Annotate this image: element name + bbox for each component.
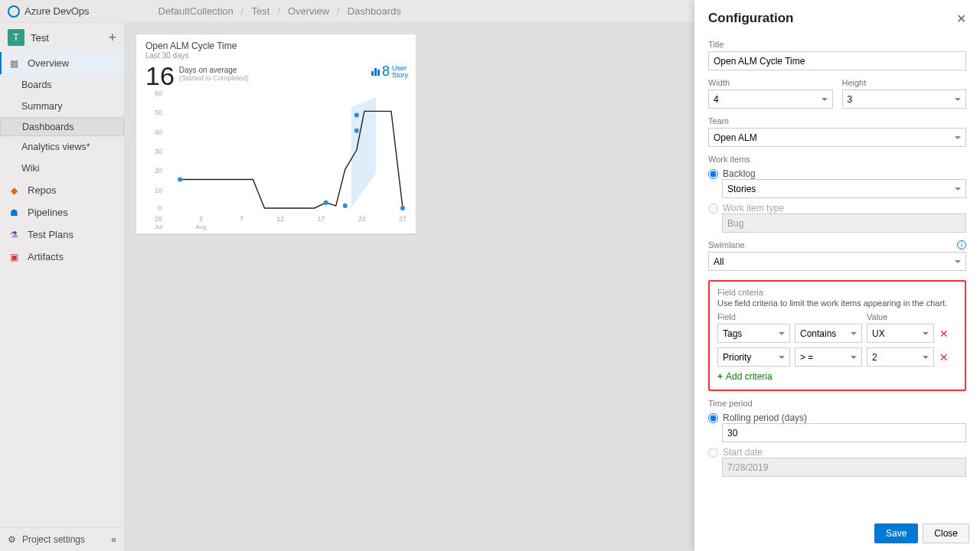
bars-icon — [371, 68, 380, 76]
remove-criteria-icon[interactable]: ✕ — [939, 351, 949, 364]
backlog-radio-label: Backlog — [723, 168, 756, 179]
svg-point-12 — [400, 206, 405, 210]
sidebar-item-label: Test Plans — [28, 229, 74, 240]
panel-title: Configuration — [708, 11, 793, 26]
title-input[interactable] — [708, 51, 966, 70]
svg-text:20: 20 — [155, 167, 162, 174]
height-label: Height — [842, 78, 967, 87]
configuration-panel: Configuration ✕ Title Width Height Team … — [694, 0, 980, 551]
width-select[interactable] — [708, 90, 833, 109]
swimlane-label: Swimlanei — [708, 240, 966, 249]
project-settings-link[interactable]: ⚙Project settings « — [0, 527, 124, 551]
svg-text:0: 0 — [158, 204, 162, 212]
widget-subtitle: Last 30 days — [145, 51, 407, 60]
sidebar-item-label: Repos — [28, 184, 57, 196]
col-field-label: Field — [717, 312, 790, 321]
widget-title: Open ALM Cycle Time — [145, 41, 407, 51]
sidebar-item-overview[interactable]: ▦Overview — [0, 52, 124, 74]
sidebar: T Test + ▦Overview Boards Summary Dashbo… — [0, 23, 125, 551]
wit-radio-label: Work item type — [723, 203, 784, 214]
sidebar-item-analytics[interactable]: Analytics views* — [0, 136, 124, 158]
collapse-icon[interactable]: « — [111, 534, 116, 545]
sidebar-item-pipelines[interactable]: ☗Pipelines — [0, 201, 124, 223]
wit-select — [722, 214, 966, 233]
criteria-op-select[interactable] — [795, 347, 862, 367]
svg-text:10: 10 — [155, 187, 162, 194]
sidebar-item-label: Analytics views* — [21, 142, 90, 152]
startdate-radio-label: Start date — [723, 447, 763, 458]
add-criteria-button[interactable]: +Add criteria — [717, 371, 957, 382]
sidebar-item-testplans[interactable]: ⚗Test Plans — [0, 223, 124, 246]
x-axis-labels: 28Jul 2Aug 712172227 — [155, 215, 407, 230]
remove-criteria-icon[interactable]: ✕ — [939, 328, 949, 340]
svg-text:60: 60 — [155, 90, 162, 97]
sidebar-item-summary[interactable]: Summary — [0, 96, 124, 117]
artifacts-icon: ▣ — [8, 252, 20, 262]
sidebar-item-dashboards[interactable]: Dashboards — [0, 117, 124, 136]
plus-icon: + — [717, 371, 723, 382]
brand-label: Azure DevOps — [24, 5, 90, 17]
col-value-label: Value — [867, 312, 957, 321]
rolling-radio[interactable] — [708, 413, 718, 423]
sidebar-item-label: Dashboards — [22, 122, 74, 132]
height-select[interactable] — [842, 90, 967, 109]
work-item-badge: 8 UserStory — [371, 64, 408, 80]
sidebar-item-repos[interactable]: ◆Repos — [0, 179, 124, 201]
svg-point-8 — [324, 201, 328, 205]
sidebar-item-label: Pipelines — [28, 207, 68, 218]
rolling-days-input[interactable] — [722, 423, 966, 442]
close-button[interactable]: Close — [923, 523, 969, 543]
sidebar-item-label: Boards — [21, 80, 52, 90]
project-picker[interactable]: T Test + — [0, 23, 124, 52]
stat-line1: Days on average — [179, 66, 249, 74]
svg-point-9 — [343, 204, 348, 208]
test-plans-icon: ⚗ — [8, 230, 20, 240]
project-name: Test — [31, 32, 102, 44]
criteria-row: ✕ — [717, 324, 957, 343]
criteria-field-select[interactable] — [717, 324, 790, 343]
settings-label: Project settings — [22, 534, 85, 545]
svg-point-7 — [178, 177, 182, 181]
backlog-radio[interactable] — [708, 169, 718, 179]
criteria-value-select[interactable] — [867, 324, 934, 343]
criteria-value-select[interactable] — [867, 347, 934, 367]
stat-line2: (Started to Completed) — [179, 74, 249, 82]
big-number: 16 — [145, 63, 175, 89]
backlog-select[interactable] — [722, 179, 966, 198]
sidebar-item-boards[interactable]: Boards — [0, 74, 124, 96]
criteria-field-select[interactable] — [717, 347, 790, 367]
breadcrumb-item[interactable]: Test — [251, 5, 270, 17]
sidebar-item-wiki[interactable]: Wiki — [0, 158, 124, 179]
criteria-op-select[interactable] — [795, 324, 862, 343]
breadcrumb-item[interactable]: Dashboards — [348, 5, 401, 17]
info-icon[interactable]: i — [957, 240, 966, 249]
sidebar-item-label: Artifacts — [28, 251, 64, 262]
criteria-description: Use field criteria to limit the work ite… — [717, 298, 957, 308]
save-button[interactable]: Save — [874, 523, 918, 543]
sidebar-item-artifacts[interactable]: ▣Artifacts — [0, 246, 124, 268]
breadcrumb: DefaultCollection/ Test/ Overview/ Dashb… — [158, 5, 401, 17]
cycle-time-chart: 60 50 40 30 20 10 0 — [145, 88, 407, 212]
close-icon[interactable]: ✕ — [956, 11, 966, 26]
team-label: Team — [708, 116, 966, 126]
rolling-radio-label: Rolling period (days) — [723, 412, 807, 423]
cycle-time-widget[interactable]: Open ALM Cycle Time Last 30 days 16 Days… — [136, 34, 416, 233]
startdate-radio[interactable] — [708, 448, 718, 458]
time-period-label: Time period — [708, 399, 966, 408]
breadcrumb-item[interactable]: DefaultCollection — [158, 5, 234, 17]
svg-point-11 — [354, 112, 359, 117]
project-logo-icon: T — [8, 29, 24, 46]
wit-radio[interactable] — [708, 204, 718, 214]
overview-icon: ▦ — [8, 58, 20, 69]
startdate-input — [722, 458, 966, 477]
sidebar-item-label: Wiki — [21, 163, 40, 174]
breadcrumb-item[interactable]: Overview — [288, 5, 329, 17]
svg-text:40: 40 — [155, 129, 162, 136]
criteria-row: ✕ — [717, 347, 957, 367]
title-label: Title — [708, 40, 966, 49]
new-item-icon[interactable]: + — [108, 32, 116, 43]
badge-number: 8 — [382, 64, 390, 80]
team-select[interactable] — [708, 128, 966, 147]
swimlane-select[interactable] — [708, 252, 966, 271]
repos-icon: ◆ — [8, 185, 20, 196]
